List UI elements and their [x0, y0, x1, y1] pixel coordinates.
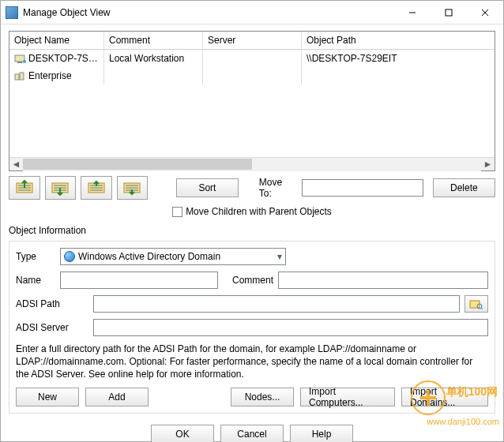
list-row[interactable]: DESKTOP-7S29EIT Local Workstation \\DESK… — [9, 50, 495, 67]
col-header-server[interactable]: Server — [203, 32, 302, 49]
row-path: \\DESKTOP-7S29EIT — [302, 50, 495, 67]
help-button[interactable]: Help — [290, 425, 353, 442]
row-name: DESKTOP-7S29EIT — [28, 53, 104, 64]
horizontal-scrollbar[interactable]: ◄ ► — [9, 157, 495, 170]
col-header-path[interactable]: Object Path — [302, 32, 495, 49]
titlebar: Manage Object View — [1, 1, 503, 24]
comment-input[interactable] — [278, 272, 488, 289]
globe-icon — [64, 251, 75, 262]
type-label: Type — [16, 251, 55, 262]
moveto-input[interactable] — [302, 179, 423, 197]
move-first-button[interactable] — [9, 176, 40, 200]
svg-point-6 — [23, 60, 26, 63]
svg-rect-8 — [20, 73, 24, 80]
type-value: Windows Active Directory Domain — [78, 251, 220, 262]
move-down-button[interactable] — [81, 176, 112, 200]
import-domains-button[interactable]: Import Domains... — [401, 388, 488, 406]
adsi-path-input[interactable] — [93, 295, 460, 313]
row-comment: Local Workstation — [104, 50, 203, 67]
enterprise-icon — [14, 72, 27, 81]
svg-rect-7 — [15, 74, 19, 80]
row-path — [302, 67, 495, 84]
delete-button[interactable]: Delete — [433, 178, 495, 197]
ok-button[interactable]: OK — [151, 425, 214, 442]
row-comment — [104, 67, 203, 84]
scroll-left-icon[interactable]: ◄ — [9, 158, 23, 171]
computer-icon — [14, 54, 27, 64]
add-button[interactable]: Add — [85, 388, 149, 406]
svg-line-27 — [481, 308, 483, 309]
list-header: Object Name Comment Server Object Path — [9, 32, 495, 50]
maximize-button[interactable] — [431, 1, 467, 24]
svg-rect-5 — [17, 62, 22, 63]
move-children-label: Move Children with Parent Objects — [186, 206, 332, 217]
name-label: Name — [16, 275, 55, 286]
svg-rect-1 — [446, 9, 452, 16]
cancel-button[interactable]: Cancel — [220, 425, 284, 442]
object-list[interactable]: Object Name Comment Server Object Path D… — [9, 31, 495, 171]
moveto-label: Move To: — [259, 177, 297, 199]
scroll-thumb[interactable] — [23, 159, 252, 170]
adsi-server-label: ADSI Server — [16, 322, 88, 333]
move-up-button[interactable] — [45, 176, 77, 200]
name-input[interactable] — [60, 272, 218, 289]
row-server — [203, 67, 302, 84]
col-header-comment[interactable]: Comment — [104, 32, 203, 49]
comment-label: Comment — [232, 275, 273, 286]
svg-rect-4 — [15, 55, 24, 62]
row-server — [203, 50, 302, 67]
type-select[interactable]: Windows Active Directory Domain ▾ — [60, 248, 286, 265]
row-name: Enterprise — [28, 70, 72, 81]
section-title: Object Information — [9, 225, 495, 236]
new-button[interactable]: New — [16, 388, 79, 406]
browse-adsi-button[interactable] — [465, 295, 488, 313]
close-button[interactable] — [467, 1, 503, 24]
adsi-hint: Enter a full directory path for the ADSI… — [16, 343, 488, 381]
minimize-button[interactable] — [394, 1, 431, 24]
object-info-section: Type Windows Active Directory Domain ▾ N… — [9, 241, 495, 414]
window-title: Manage Object View — [23, 7, 394, 18]
scroll-right-icon[interactable]: ► — [481, 158, 495, 171]
adsi-path-label: ADSI Path — [16, 298, 88, 309]
adsi-server-input[interactable] — [93, 319, 488, 336]
move-last-button[interactable] — [117, 176, 149, 200]
col-header-name[interactable]: Object Name — [9, 32, 104, 49]
chevron-down-icon: ▾ — [277, 251, 282, 262]
nodes-button[interactable]: Nodes... — [231, 388, 294, 406]
app-icon — [6, 6, 18, 19]
move-children-checkbox[interactable] — [172, 207, 182, 217]
import-computers-button[interactable]: Import Computers... — [300, 388, 395, 406]
list-row[interactable]: Enterprise — [9, 67, 495, 84]
sort-button[interactable]: Sort — [176, 178, 239, 197]
